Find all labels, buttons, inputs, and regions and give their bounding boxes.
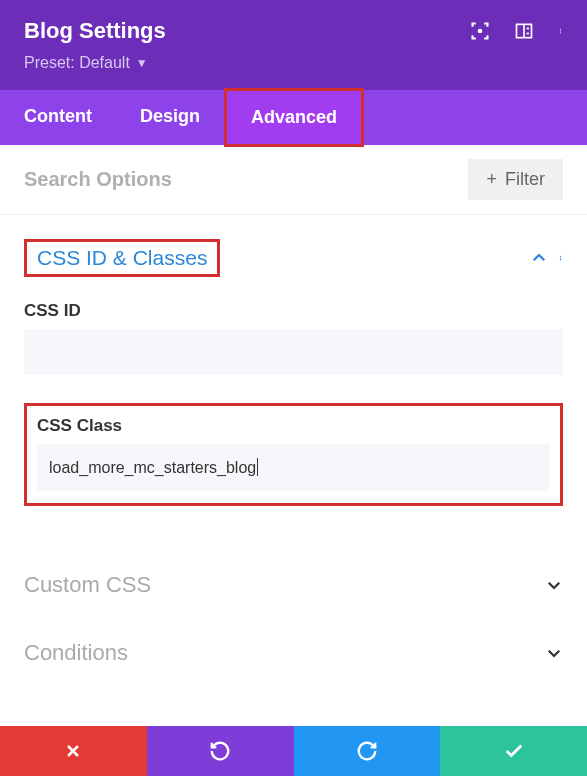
chevron-down-icon xyxy=(545,644,563,662)
undo-icon xyxy=(209,740,231,762)
css-class-label: CSS Class xyxy=(37,416,550,436)
section-custom-css[interactable]: Custom CSS xyxy=(24,546,563,614)
svg-point-10 xyxy=(560,259,561,260)
svg-point-7 xyxy=(560,32,561,33)
tab-content[interactable]: Content xyxy=(0,90,116,145)
content-area: CSS ID & Classes CSS ID CSS Class load_m… xyxy=(0,215,587,706)
plus-icon: + xyxy=(486,169,497,190)
section-controls xyxy=(530,249,563,267)
section-conditions[interactable]: Conditions xyxy=(24,614,563,682)
chevron-up-icon[interactable] xyxy=(530,249,548,267)
section-kebab-icon[interactable] xyxy=(558,249,563,267)
svg-point-0 xyxy=(479,30,482,33)
css-id-field-group: CSS ID xyxy=(24,301,563,375)
search-row: Search Options + Filter xyxy=(0,145,587,215)
section-custom-css-title: Custom CSS xyxy=(24,572,151,598)
filter-button[interactable]: + Filter xyxy=(468,159,563,200)
settings-header: Blog Settings Preset: Default ▼ xyxy=(0,0,587,90)
svg-point-9 xyxy=(560,257,561,258)
header-top-row: Blog Settings xyxy=(24,18,563,44)
check-icon xyxy=(503,740,525,762)
caret-down-icon: ▼ xyxy=(136,56,148,70)
tab-advanced[interactable]: Advanced xyxy=(224,88,364,147)
settings-title: Blog Settings xyxy=(24,18,166,44)
section-css-classes-title: CSS ID & Classes xyxy=(24,239,220,277)
search-input[interactable]: Search Options xyxy=(24,168,468,191)
svg-point-5 xyxy=(560,29,561,30)
save-button[interactable] xyxy=(440,726,587,776)
svg-point-8 xyxy=(560,256,561,257)
panel-icon[interactable] xyxy=(514,21,534,41)
undo-button[interactable] xyxy=(147,726,294,776)
css-id-input[interactable] xyxy=(24,329,563,375)
preset-dropdown[interactable]: Preset: Default ▼ xyxy=(24,54,148,72)
close-icon xyxy=(63,741,83,761)
header-icons xyxy=(470,21,563,41)
tab-design[interactable]: Design xyxy=(116,90,224,145)
section-css-classes-header[interactable]: CSS ID & Classes xyxy=(24,239,563,277)
css-id-label: CSS ID xyxy=(24,301,563,321)
scan-icon[interactable] xyxy=(470,21,490,41)
css-class-input[interactable]: load_more_mc_starters_blog xyxy=(37,444,550,491)
redo-icon xyxy=(356,740,378,762)
svg-point-6 xyxy=(560,30,561,31)
cancel-button[interactable] xyxy=(0,726,147,776)
redo-button[interactable] xyxy=(294,726,441,776)
tabs-bar: Content Design Advanced xyxy=(0,90,587,145)
filter-label: Filter xyxy=(505,169,545,190)
css-class-field-group: CSS Class load_more_mc_starters_blog xyxy=(24,403,563,506)
section-conditions-title: Conditions xyxy=(24,640,128,666)
footer-actions xyxy=(0,726,587,776)
chevron-down-icon xyxy=(545,576,563,594)
preset-label: Preset: Default xyxy=(24,54,130,72)
kebab-menu-icon[interactable] xyxy=(558,21,563,41)
